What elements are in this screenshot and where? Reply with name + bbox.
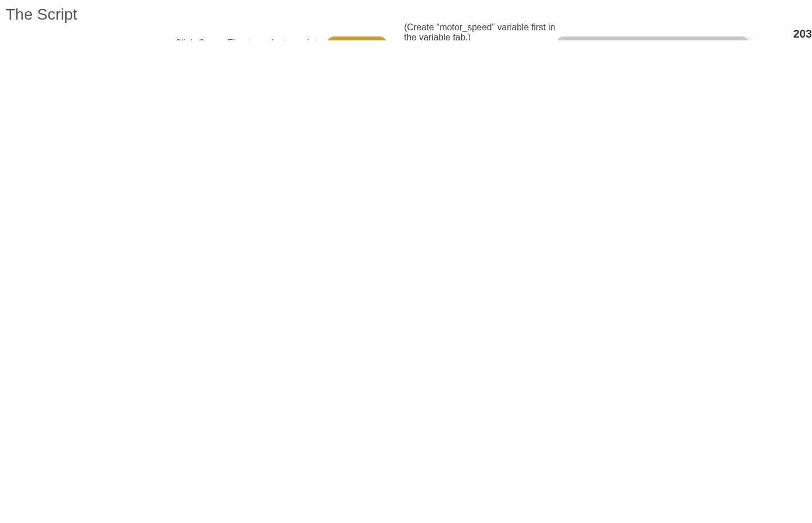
page: The Script (Create “motor_speed” variabl…	[6, 6, 812, 35]
script-layout: Click Green Flag to activate script. whe…	[6, 36, 524, 40]
block-locator-panel: Block Locator Events when⚑clicked Contro…	[557, 36, 748, 40]
page-number: 203	[793, 27, 812, 40]
when-flag-clicked-block: when⚑clicked	[327, 36, 387, 40]
page-title: The Script	[6, 6, 77, 24]
desc-line: Click Green Flag to activate script.	[6, 38, 320, 40]
flag-icon: ⚑	[351, 39, 359, 40]
